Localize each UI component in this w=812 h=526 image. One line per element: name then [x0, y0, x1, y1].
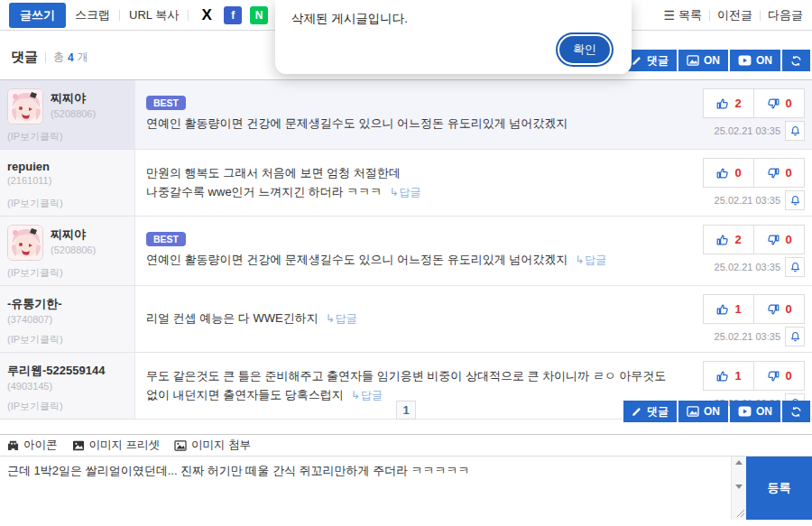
author-block: 찌찌야 (5208806)	[7, 88, 127, 125]
write-post-button[interactable]: 글쓰기	[9, 3, 66, 28]
ip-view-link[interactable]: (IP보기클릭)	[7, 328, 127, 346]
image-toggle-button[interactable]: ON	[678, 401, 728, 422]
bell-icon	[789, 331, 801, 343]
comment-member-id: (4903145)	[7, 381, 105, 392]
comment-member-id: (3740807)	[7, 314, 62, 325]
like-count: 2	[734, 97, 741, 110]
facebook-share-icon[interactable]: f	[224, 6, 242, 24]
notify-bell-button[interactable]	[785, 327, 805, 346]
comment-text: 연예인 활동량이면 건강에 문제생길수도 있으니 어느정돈 유도리있게 넘어갔겠…	[146, 251, 680, 270]
dislike-count: 0	[785, 302, 791, 316]
comment-line: 리얼 컨셉 예능은 다 WWE긴하지	[146, 311, 318, 325]
comment-author-name[interactable]: 찌찌야	[51, 90, 96, 106]
avatar[interactable]	[7, 88, 43, 125]
prev-post-button[interactable]: 이전글	[717, 7, 752, 23]
comment-content-cell: BEST 연예인 활동량이면 건강에 문제생길수도 있으니 어느정돈 유도리있게…	[135, 80, 691, 149]
comment-timestamp: 25.02.21 03:35	[715, 331, 780, 342]
page-1-button[interactable]: 1	[396, 401, 416, 420]
comment-row: repuien (2161011) (IP보기클릭) 만원의 행복도 그래서 처…	[0, 150, 812, 217]
ip-view-link[interactable]: (IP보기클릭)	[7, 125, 127, 143]
url-copy-button[interactable]: URL 복사	[129, 7, 179, 23]
reply-link[interactable]: 답글	[575, 254, 606, 266]
video-toggle-button[interactable]: ON	[730, 401, 780, 422]
next-post-button[interactable]: 다음글	[768, 7, 803, 23]
comment-member-id: (5208806)	[51, 245, 96, 255]
x-share-icon[interactable]: X	[198, 6, 216, 24]
reply-link[interactable]: 답글	[389, 186, 420, 198]
comment-content-cell: BEST 연예인 활동량이면 건강에 문제생길수도 있으니 어느정돈 유도리있게…	[135, 217, 691, 285]
comment-count-number: 4	[68, 51, 74, 64]
dislike-count: 0	[785, 97, 791, 110]
author-block: repuien (2161011)	[7, 158, 127, 186]
thumbs-down-icon	[766, 97, 780, 111]
submit-comment-button[interactable]: 등록	[746, 457, 812, 520]
dislike-button[interactable]: 0	[753, 158, 805, 188]
comment-author-name[interactable]: 찌찌야	[51, 226, 96, 243]
image-on-label: ON	[704, 54, 720, 67]
confirm-button[interactable]: 확인	[559, 36, 610, 63]
divider	[188, 10, 189, 21]
image-toggle-button[interactable]: ON	[678, 50, 728, 71]
comments-title: 댓글	[11, 49, 38, 66]
list-label: 목록	[678, 7, 702, 23]
refresh-button[interactable]	[782, 50, 810, 71]
date-row: 25.02.21 03:35	[715, 327, 805, 346]
ip-view-link[interactable]: (IP보기클릭)	[7, 261, 127, 280]
video-on-label: ON	[756, 54, 772, 67]
textarea-scrollbar[interactable]	[731, 457, 746, 520]
list-button[interactable]: ☰ 목록	[663, 7, 702, 23]
notify-bell-button[interactable]	[785, 190, 805, 210]
scroll-down-arrow-icon[interactable]	[735, 484, 743, 489]
dislike-button[interactable]: 0	[753, 361, 805, 391]
notify-bell-button[interactable]	[785, 257, 805, 277]
scroll-up-arrow-icon[interactable]	[735, 460, 743, 465]
comment-stats-cell: 2 0 25.02.21 03:35	[691, 217, 812, 285]
naver-share-icon[interactable]: N	[250, 6, 268, 24]
comment-text: 무도 같은것도 큰 틀은 준비해주고 출연자들 임기응변 비중이 상대적으로 큰…	[146, 367, 680, 405]
like-button[interactable]: 1	[703, 361, 754, 391]
comment-form-body: 근데 1박2일은 쌀리얼이였던데... 진짜 허기만 떼울 간식 쥐꼬리만하게 …	[0, 456, 812, 519]
avatar-image	[8, 226, 43, 261]
comment-stats-cell: 0 0 25.02.21 03:35	[691, 150, 812, 216]
refresh-button[interactable]	[782, 401, 810, 422]
dislike-count: 0	[785, 166, 791, 180]
video-toggle-button[interactable]: ON	[730, 50, 780, 71]
comment-member-id: (2161011)	[7, 175, 51, 186]
author-meta: -유통기한- (3740807)	[7, 294, 62, 325]
avatar[interactable]	[7, 225, 43, 261]
dislike-count: 0	[785, 369, 791, 383]
thumbs-up-icon	[715, 302, 730, 317]
dislike-button[interactable]: 0	[753, 294, 805, 324]
write-comment-button[interactable]: 댓글	[623, 401, 677, 422]
comment-timestamp: 25.02.21 03:35	[715, 262, 780, 272]
comment-row: 찌찌야 (5208806) (IP보기클릭) BEST 연예인 활동량이면 건강…	[0, 217, 812, 286]
comment-author-name[interactable]: -유통기한-	[7, 296, 62, 312]
dislike-button[interactable]: 0	[753, 225, 805, 254]
like-button[interactable]: 0	[703, 158, 754, 188]
reply-link[interactable]: 답글	[326, 312, 357, 325]
pencil-icon	[632, 55, 642, 66]
comment-author-name[interactable]: 루리웹-522559144	[7, 363, 105, 379]
image-preset-button[interactable]: 이미지 프리셋	[72, 438, 160, 453]
like-button[interactable]: 1	[703, 294, 754, 324]
comments-header: 댓글 총 4 개	[11, 49, 88, 66]
comment-input[interactable]: 근데 1박2일은 쌀리얼이였던데... 진짜 허기만 떼울 간식 쥐꼬리만하게 …	[0, 457, 746, 520]
thumbs-down-icon	[766, 369, 780, 383]
vote-boxes: 1 0	[703, 361, 805, 391]
best-badge: BEST	[146, 96, 186, 110]
comment-member-id: (5208806)	[51, 108, 96, 119]
resize-handle-icon[interactable]	[736, 509, 745, 518]
author-meta: 루리웹-522559144 (4903145)	[7, 361, 105, 392]
reply-link[interactable]: 답글	[351, 389, 383, 401]
ip-view-link[interactable]: (IP보기클릭)	[7, 191, 127, 210]
image-attach-button[interactable]: 이미지 첨부	[174, 438, 251, 453]
comment-author-name[interactable]: repuien	[7, 160, 51, 173]
dislike-button[interactable]: 0	[753, 88, 805, 118]
scrap-button[interactable]: 스크랩	[75, 7, 110, 23]
vote-boxes: 0 0	[703, 158, 805, 188]
author-meta: 찌찌야 (5208806)	[51, 225, 96, 255]
like-button[interactable]: 2	[703, 88, 754, 118]
like-button[interactable]: 2	[703, 225, 754, 254]
notify-bell-button[interactable]	[785, 121, 805, 141]
icon-picker-button[interactable]: 아이콘	[7, 438, 58, 453]
